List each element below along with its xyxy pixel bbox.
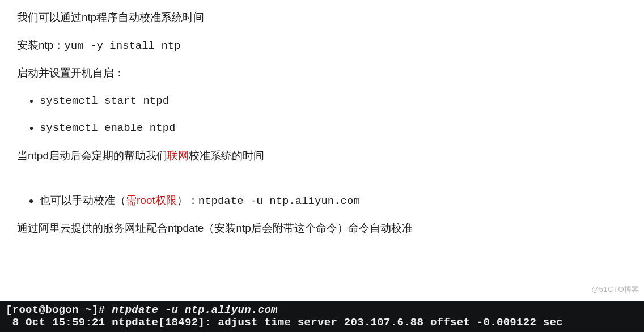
cmd-start-ntpd: systemctl start ntpd (40, 93, 627, 109)
manual-sync-part1: 也可以手动校准（ (40, 194, 126, 206)
manual-sync-list: 也可以手动校准（需root权限）：ntpdate -u ntp.aliyun.c… (17, 193, 627, 209)
manual-sync-part2: ）： (177, 194, 198, 206)
terminal-cmd: ntpdate -u ntp.aliyun.com (112, 304, 278, 316)
cmd-enable-ntpd: systemctl enable ntpd (40, 121, 627, 136)
manual-sync-item: 也可以手动校准（需root权限）：ntpdate -u ntp.aliyun.c… (40, 193, 627, 209)
terminal-output: 8 Oct 15:59:21 ntpdate[18492]: adjust ti… (6, 316, 563, 329)
manual-sync-red: 需root权限 (126, 194, 177, 206)
intro-line: 我们可以通过ntp程序自动校准系统时间 (17, 10, 627, 25)
spacer (17, 176, 627, 193)
ntpd-note-part2: 校准系统的时间 (189, 150, 264, 161)
terminal-screenshot: [root@bogon ~]# ntpdate -u ntp.aliyun.co… (0, 301, 644, 332)
install-cmd: yum -y install ntp (64, 40, 180, 52)
ntpd-note: 当ntpd启动后会定期的帮助我们联网校准系统的时间 (17, 148, 627, 164)
manual-sync-cmd: ntpdate -u ntp.aliyun.com (198, 195, 360, 207)
service-commands-list: systemctl start ntpd systemctl enable nt… (17, 93, 627, 136)
ntpd-note-red: 联网 (167, 150, 189, 161)
aliyun-note: 通过阿里云提供的服务网址配合ntpdate（安装ntp后会附带这个命令）命令自动… (17, 221, 627, 236)
boot-label: 启动并设置开机自启： (17, 66, 627, 81)
document-body: 我们可以通过ntp程序自动校准系统时间 安装ntp：yum -y install… (0, 0, 644, 236)
watermark: @51CTO博客 (591, 284, 639, 295)
ntpd-note-part1: 当ntpd启动后会定期的帮助我们 (17, 150, 167, 161)
install-line: 安装ntp：yum -y install ntp (17, 38, 627, 54)
install-label: 安装ntp： (17, 39, 64, 51)
terminal-prompt: [root@bogon ~]# (6, 304, 112, 316)
